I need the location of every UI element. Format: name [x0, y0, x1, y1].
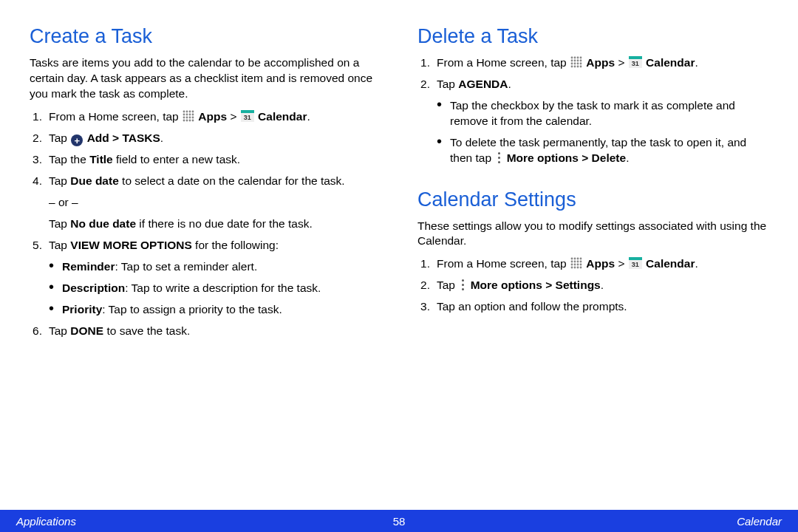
svg-point-9: [186, 116, 188, 118]
text: to select a date on the calendar for the…: [119, 174, 345, 187]
heading-delete-task: Delete a Task: [417, 25, 768, 48]
svg-point-29: [574, 66, 576, 68]
footer-right: Calendar: [737, 515, 782, 528]
text: field to enter a new task.: [113, 153, 240, 166]
svg-point-18: [577, 57, 579, 59]
bullet-description: Description: Tap to write a description …: [49, 281, 381, 296]
calendar-icon: 31: [241, 110, 254, 122]
title-bold: Title: [89, 153, 113, 166]
create-task-steps: From a Home screen, tap Apps > 31 Calend…: [30, 109, 381, 339]
svg-point-27: [580, 63, 582, 65]
svg-point-34: [577, 258, 579, 260]
dbullet-2: To delete the task permanently, tap the …: [437, 135, 768, 166]
text: Tap: [49, 239, 70, 251]
text: Tap: [49, 217, 70, 230]
dot: .: [626, 151, 629, 164]
sep: >: [615, 257, 628, 270]
svg-point-16: [571, 57, 573, 59]
svg-point-8: [183, 116, 185, 118]
dbullet-1: Tap the checkbox by the task to mark it …: [437, 98, 768, 129]
dot: .: [307, 110, 310, 123]
text: Tap the: [49, 153, 89, 166]
bullet-priority: Priority: Tap to assign a priority to th…: [49, 302, 381, 318]
svg-point-7: [192, 113, 194, 115]
apps-icon: [570, 257, 582, 269]
svg-point-22: [577, 60, 579, 62]
svg-point-43: [580, 264, 582, 266]
nodue-bold: No due date: [70, 217, 136, 230]
manual-page: Create a Task Tasks are items you add to…: [0, 0, 798, 532]
svg-point-38: [577, 261, 579, 263]
text: : Tap to write a description for the tas…: [125, 282, 321, 294]
done-bold: DONE: [70, 324, 103, 337]
text: From a Home screen, tap: [437, 257, 570, 270]
svg-point-24: [571, 63, 573, 65]
svg-point-28: [571, 66, 573, 68]
viewmore-bold: VIEW MORE OPTIONS: [70, 239, 191, 251]
settings-intro: These settings allow you to modify setti…: [417, 219, 768, 250]
calendar-icon: 31: [629, 56, 642, 68]
svg-point-25: [574, 63, 576, 65]
step-4-sub: – or – Tap No due date if there is no du…: [49, 195, 381, 232]
svg-point-6: [189, 113, 191, 115]
settings-steps: From a Home screen, tap Apps > 31 Calend…: [417, 256, 768, 315]
svg-point-2: [189, 110, 191, 112]
svg-point-42: [577, 264, 579, 266]
dstep-1: From a Home screen, tap Apps > 31 Calend…: [420, 55, 768, 71]
label: Reminder: [62, 260, 115, 273]
step-6: Tap DONE to save the task.: [33, 324, 381, 339]
svg-point-4: [183, 113, 185, 115]
calendar-label: Calendar: [646, 56, 695, 69]
svg-point-1: [186, 110, 188, 112]
plus-icon: +: [71, 134, 83, 146]
text: Tap: [437, 78, 458, 90]
svg-point-15: [192, 119, 194, 121]
svg-point-31: [580, 66, 582, 68]
due-bold: Due date: [70, 174, 118, 187]
dstep-2-bullets: Tap the checkbox by the task to mark it …: [437, 98, 768, 166]
text: to save the task.: [103, 324, 190, 337]
svg-point-35: [580, 258, 582, 260]
svg-point-0: [183, 110, 185, 112]
dstep-2: Tap AGENDA. Tap the checkbox by the task…: [420, 77, 768, 166]
svg-point-44: [571, 267, 573, 269]
svg-point-46: [577, 267, 579, 269]
text: Tap: [49, 174, 70, 187]
svg-point-26: [577, 63, 579, 65]
no-due-text: Tap No due date if there is no due date …: [49, 216, 381, 232]
svg-point-10: [189, 116, 191, 118]
cstep-2: Tap More options > Settings.: [420, 278, 768, 293]
svg-point-45: [574, 267, 576, 269]
sep: >: [227, 110, 240, 123]
cstep-3: Tap an option and follow the prompts.: [420, 299, 768, 315]
svg-point-23: [580, 60, 582, 62]
calendar-icon: 31: [629, 257, 642, 269]
svg-point-36: [571, 261, 573, 263]
text: Tap: [49, 324, 70, 337]
svg-point-21: [574, 60, 576, 62]
text: for the following:: [192, 239, 279, 251]
text: Tap: [437, 279, 458, 291]
svg-point-39: [580, 261, 582, 263]
text: Tap: [49, 132, 70, 144]
bullet-reminder: Reminder: Tap to set a reminder alert.: [49, 259, 381, 275]
svg-point-33: [574, 258, 576, 260]
text: : Tap to set a reminder alert.: [115, 260, 258, 273]
more-options-icon: [495, 151, 502, 163]
more-label: More options > Delete: [507, 151, 627, 164]
or-text: – or –: [49, 195, 381, 211]
dot: .: [160, 132, 163, 144]
apps-icon: [570, 56, 582, 68]
step-1: From a Home screen, tap Apps > 31 Calend…: [33, 109, 381, 125]
svg-point-3: [192, 110, 194, 112]
apps-label: Apps: [586, 257, 615, 270]
dot: .: [601, 279, 604, 291]
page-number: 58: [393, 515, 406, 528]
svg-point-40: [571, 264, 573, 266]
text: From a Home screen, tap: [437, 56, 570, 69]
cstep-1: From a Home screen, tap Apps > 31 Calend…: [420, 256, 768, 272]
dot: .: [695, 56, 698, 69]
svg-point-37: [574, 261, 576, 263]
agenda-bold: AGENDA: [458, 78, 508, 90]
svg-point-17: [574, 57, 576, 59]
